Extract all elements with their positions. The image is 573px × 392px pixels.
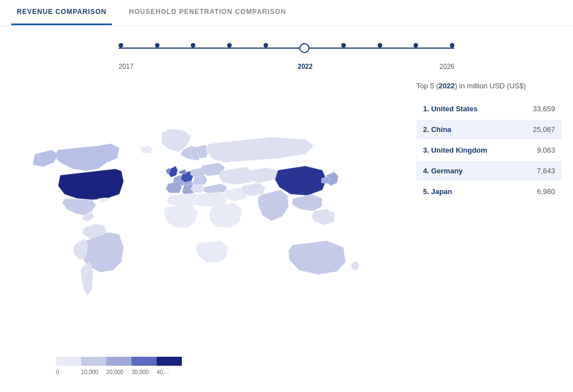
top5-title: Top 5 (2022) in million USD (US$) [416,82,562,90]
right-panel: Top 5 (2022) in million USD (US$) 1. Uni… [405,70,562,381]
legend-label-0: 0 [56,369,81,375]
legend-bar [56,357,182,366]
tab-bar: REVENUE COMPARISON HOUSEHOLD PENETRATION… [0,0,573,26]
top5-value-5: 6,980 [537,187,555,196]
main-content: 010,00020,00030,00040,... Top 5 (2022) i… [0,65,573,386]
timeline-dot-2018[interactable] [155,43,159,48]
tab-household[interactable]: HOUSEHOLD PENETRATION COMPARISON [123,0,292,25]
legend-segment-1 [81,357,106,366]
top5-row-5: 5. Japan6,980 [416,182,562,201]
timeline-dot-2021[interactable] [264,43,268,48]
top5-rank-name-5: 5. Japan [423,187,452,196]
timeline-dot-2023[interactable] [341,43,346,48]
legend-label-1: 10,000 [81,369,106,375]
top5-row-1: 1. United States33,659 [416,99,562,119]
timeline-dot-2026[interactable] [450,43,454,48]
legend-segment-4 [157,357,182,366]
timeline-dot-2017[interactable] [119,43,123,48]
top5-row-4: 4. Germany7,643 [416,161,562,181]
legend: 010,00020,00030,00040,... [56,357,182,375]
timeline-dot-2024[interactable] [378,43,382,48]
legend-label-3: 30,000 [131,369,157,375]
legend-label-2: 20,000 [106,369,131,375]
timeline-dot-2019[interactable] [191,43,195,48]
top5-list: 1. United States33,6592. China25,0673. U… [416,99,562,201]
top5-value-2: 25,067 [533,125,555,134]
map-area: 010,00020,00030,00040,... [11,70,405,381]
timeline: 201720222026 [119,37,454,59]
timeline-labels: 201720222026 [119,59,454,63]
top5-row-3: 3. United Kingdom9,063 [416,140,562,160]
timeline-dot-2022[interactable] [299,43,309,53]
timeline-dots [119,43,454,53]
top5-rank-name-1: 1. United States [423,105,478,113]
tab-revenue[interactable]: REVENUE COMPARISON [11,0,112,25]
legend-segment-2 [106,357,131,366]
legend-labels: 010,00020,00030,00040,... [56,369,182,375]
timeline-dot-2025[interactable] [414,43,418,48]
top5-rank-name-2: 2. China [423,125,452,134]
legend-label-4: 40,... [157,369,182,375]
top5-value-4: 7,643 [537,167,555,175]
legend-segment-0 [56,357,81,366]
legend-segment-3 [131,357,157,366]
timeline-container: 201720222026 [0,26,573,65]
top5-value-3: 9,063 [537,146,555,154]
timeline-dot-2020[interactable] [227,43,232,48]
top5-rank-name-3: 3. United Kingdom [423,146,487,154]
top5-rank-name-4: 4. Germany [423,167,463,175]
world-map [18,108,398,343]
top5-value-1: 33,659 [533,105,555,113]
top5-row-2: 2. China25,067 [416,120,562,139]
